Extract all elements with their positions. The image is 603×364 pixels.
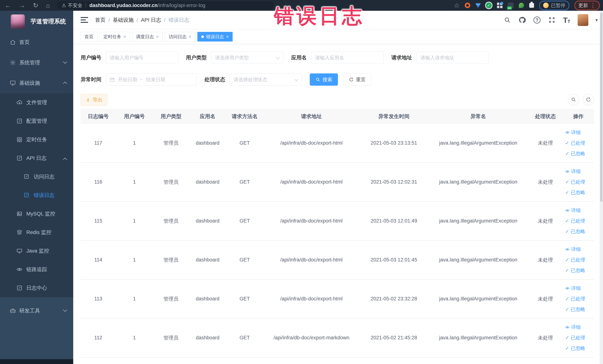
mark-ignored-link[interactable]: ✓已忽略 — [565, 150, 585, 157]
tab-access-log[interactable]: 访问日志 × — [165, 32, 195, 42]
col-request-url: 请求地址 — [263, 109, 359, 124]
mark-processed-link[interactable]: ✓已处理 — [565, 295, 585, 302]
sidebar-item-home[interactable]: 首页 — [0, 32, 73, 52]
sidebar-item-redis-monitor[interactable]: Redis 监控 — [0, 223, 73, 242]
reset-button[interactable]: 重置 — [343, 73, 371, 86]
cell-user-type: 管理员 — [153, 163, 189, 201]
mark-ignored-link[interactable]: ✓已忽略 — [565, 345, 585, 352]
chevron-down-icon — [63, 308, 67, 312]
font-size-icon[interactable]: TT — [563, 16, 570, 24]
mark-ignored-link[interactable]: ✓已忽略 — [565, 267, 585, 274]
sidebar-item-scheduled-jobs[interactable]: 定时任务 — [0, 130, 73, 149]
database-icon — [16, 211, 23, 217]
mark-processed-link[interactable]: ✓已处理 — [565, 257, 585, 263]
refresh-button[interactable] — [583, 94, 594, 105]
tab-home[interactable]: 首页 — [81, 32, 97, 42]
detail-link[interactable]: 详细 — [565, 246, 581, 253]
close-icon[interactable]: × — [189, 34, 191, 39]
tab-scheduled-jobs[interactable]: 定时任务 × — [100, 32, 130, 42]
extension-grid-icon[interactable] — [497, 3, 502, 8]
detail-link[interactable]: 详细 — [565, 168, 581, 175]
search-button[interactable]: 搜索 — [310, 73, 338, 86]
close-icon[interactable]: × — [226, 34, 229, 39]
sidebar-item-trace[interactable]: 链路追踪 — [0, 260, 73, 279]
process-status-label: 处理状态 — [204, 76, 225, 83]
user-id-input[interactable] — [106, 52, 178, 64]
mark-ignored-link[interactable]: ✓已忽略 — [565, 306, 585, 313]
profile-paused-badge[interactable]: 已暂停 — [539, 1, 569, 10]
cell-user-type: 管理员 — [153, 201, 189, 240]
tab-error-log[interactable]: 错误日志 × — [197, 32, 233, 42]
github-icon[interactable] — [518, 16, 526, 24]
chrome-update-menu[interactable]: 更新 ⋮ — [574, 1, 600, 10]
extension-orange-icon[interactable] — [465, 3, 470, 8]
extension-shield-icon[interactable] — [475, 3, 481, 8]
window-scrollbar[interactable] — [600, 11, 603, 364]
address-bar[interactable]: ⚠ 不安全 dashboard.yudao.iocoder.cn/infra/l… — [57, 1, 274, 10]
sidebar-item-access-log[interactable]: 访问日志 — [0, 167, 73, 186]
sidebar-logo-row[interactable]: 芋道管理系统 — [0, 11, 73, 32]
detail-link[interactable]: 详细 — [565, 324, 581, 330]
check-icon: ✓ — [565, 345, 569, 351]
breadcrumb-item[interactable]: 基础设施 — [113, 16, 134, 23]
tab-schedule-log[interactable]: 调度日志 × — [132, 32, 162, 42]
avatar-caret-down-icon[interactable]: ▾ — [595, 17, 598, 23]
app-name-input[interactable] — [311, 52, 383, 64]
mark-processed-link[interactable]: ✓已处理 — [565, 335, 585, 341]
forward-icon[interactable]: → — [19, 2, 25, 9]
mark-processed-link[interactable]: ✓已处理 — [565, 179, 585, 185]
extension-switch-icon[interactable]: on — [508, 3, 514, 8]
sidebar-item-infra[interactable]: 基础设施 — [0, 73, 73, 93]
detail-link[interactable]: 详细 — [565, 129, 581, 136]
detail-link[interactable]: 详细 — [565, 207, 581, 214]
sidebar-item-label: 定时任务 — [26, 136, 47, 143]
mark-processed-link[interactable]: ✓已处理 — [565, 218, 585, 224]
sidebar-fold-icon[interactable] — [81, 17, 88, 23]
url-domain: dashboard.yudao.iocoder.cn — [89, 3, 158, 8]
extensions-puzzle-icon[interactable] — [529, 3, 534, 8]
mark-processed-link[interactable]: ✓已处理 — [565, 140, 585, 146]
reload-icon[interactable]: ↻ — [33, 2, 38, 9]
breadcrumb-item[interactable]: 首页 — [95, 16, 105, 23]
export-button[interactable]: 导出 — [81, 94, 107, 106]
sidebar-item-label: 访问日志 — [34, 173, 55, 180]
user-avatar[interactable] — [578, 14, 588, 26]
home-icon[interactable]: ⌂ — [46, 2, 50, 9]
cell-user-type: 管理员 — [153, 240, 189, 280]
request-url-input[interactable] — [417, 52, 489, 64]
user-type-select[interactable]: 请选择用户类型 — [211, 52, 283, 64]
sidebar-item-system[interactable]: 系统管理 — [0, 52, 73, 73]
bookmark-star-icon[interactable]: ☆ — [454, 2, 460, 9]
cell-exception-name: java.lang.IllegalArgumentException — [428, 124, 528, 163]
sidebar-item-file-manage[interactable]: 文件管理 — [0, 93, 73, 112]
close-icon[interactable]: × — [156, 34, 159, 39]
eye-icon — [16, 266, 23, 273]
scrollbar-thumb[interactable] — [600, 13, 603, 202]
sidebar-item-config-manage[interactable]: 配置管理 — [0, 112, 73, 130]
sidebar-item-error-log[interactable]: 错误日志 — [0, 186, 73, 205]
help-icon[interactable]: ? — [533, 16, 541, 24]
process-status-select[interactable]: 请选择处理状态 — [230, 73, 302, 86]
cell-app-name: dashboard — [189, 240, 226, 280]
sidebar-item-api-log[interactable]: API 日志 — [0, 149, 73, 167]
close-icon[interactable]: × — [123, 34, 126, 39]
tab-label: 首页 — [84, 34, 93, 40]
fullscreen-icon[interactable] — [548, 16, 556, 24]
monitor-icon — [16, 248, 23, 254]
extension-green-check-icon[interactable]: ✓ — [486, 2, 492, 8]
detail-link[interactable]: 详细 — [565, 285, 581, 292]
mark-ignored-link[interactable]: ✓已忽略 — [565, 189, 585, 196]
search-icon[interactable] — [503, 16, 511, 24]
breadcrumb-item[interactable]: API 日志 — [141, 16, 161, 23]
sidebar-item-mysql-monitor[interactable]: MySQL 监控 — [0, 205, 73, 223]
sidebar-item-java-monitor[interactable]: Java 监控 — [0, 242, 73, 260]
tab-label: 错误日志 — [206, 34, 224, 40]
mark-ignored-link[interactable]: ✓已忽略 — [565, 228, 585, 235]
sidebar-item-log-center[interactable]: 日志中心 — [0, 279, 73, 297]
toggle-search-button[interactable] — [568, 94, 579, 105]
cell-process-status: 未处理 — [528, 124, 563, 163]
back-icon[interactable]: ← — [5, 2, 11, 9]
extension-leaf-icon[interactable] — [519, 3, 524, 8]
sidebar-item-dev-tools[interactable]: 研发工具 — [0, 301, 73, 321]
date-range-picker[interactable]: 开始日期 ~ 结束日期 — [106, 73, 197, 86]
